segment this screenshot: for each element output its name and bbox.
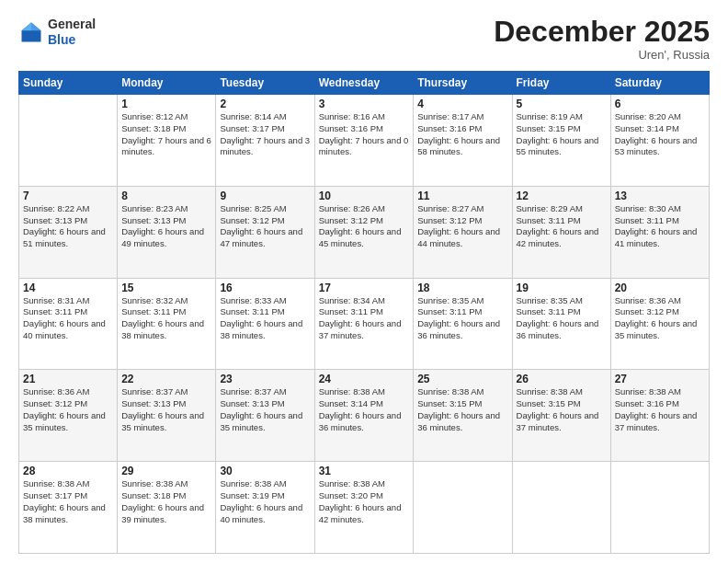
day-info: Sunrise: 8:38 AMSunset: 3:18 PMDaylight:… [121,478,211,525]
table-row: 15Sunrise: 8:32 AMSunset: 3:11 PMDayligh… [118,278,216,370]
day-number: 31 [319,465,410,477]
logo-icon [18,19,44,45]
table-row: 16Sunrise: 8:33 AMSunset: 3:11 PMDayligh… [216,278,314,370]
month-title: December 2025 [494,17,710,46]
col-monday: Monday [118,72,216,95]
day-number: 11 [417,190,507,202]
day-info: Sunrise: 8:26 AMSunset: 3:12 PMDaylight:… [319,203,410,250]
day-info: Sunrise: 8:25 AMSunset: 3:12 PMDaylight:… [220,203,310,250]
table-row: 25Sunrise: 8:38 AMSunset: 3:15 PMDayligh… [414,370,512,462]
col-friday: Friday [512,72,610,95]
table-row [414,462,512,554]
day-number: 2 [220,98,310,110]
day-number: 7 [23,190,113,202]
calendar-week-row: 7Sunrise: 8:22 AMSunset: 3:13 PMDaylight… [19,186,710,278]
day-number: 29 [121,465,211,477]
day-number: 18 [417,282,507,294]
day-number: 4 [417,98,507,110]
table-row: 5Sunrise: 8:19 AMSunset: 3:15 PMDaylight… [512,95,610,187]
day-info: Sunrise: 8:23 AMSunset: 3:13 PMDaylight:… [121,203,211,250]
table-row: 30Sunrise: 8:38 AMSunset: 3:19 PMDayligh… [216,462,314,554]
day-number: 24 [319,373,410,385]
day-info: Sunrise: 8:20 AMSunset: 3:14 PMDaylight:… [615,111,705,158]
day-info: Sunrise: 8:16 AMSunset: 3:16 PMDaylight:… [319,111,410,158]
table-row: 4Sunrise: 8:17 AMSunset: 3:16 PMDaylight… [414,95,512,187]
table-row: 13Sunrise: 8:30 AMSunset: 3:11 PMDayligh… [610,186,709,278]
calendar-week-row: 28Sunrise: 8:38 AMSunset: 3:17 PMDayligh… [19,462,710,554]
table-row: 27Sunrise: 8:38 AMSunset: 3:16 PMDayligh… [610,370,709,462]
calendar-table: Sunday Monday Tuesday Wednesday Thursday… [18,71,710,554]
day-number: 12 [517,190,607,202]
day-info: Sunrise: 8:12 AMSunset: 3:18 PMDaylight:… [121,111,211,158]
table-row: 6Sunrise: 8:20 AMSunset: 3:14 PMDaylight… [610,95,709,187]
day-number: 5 [517,98,607,110]
day-number: 22 [121,373,211,385]
table-row: 2Sunrise: 8:14 AMSunset: 3:17 PMDaylight… [216,95,314,187]
table-row: 26Sunrise: 8:38 AMSunset: 3:15 PMDayligh… [512,370,610,462]
day-info: Sunrise: 8:30 AMSunset: 3:11 PMDaylight:… [615,203,705,250]
header: General Blue December 2025 Uren', Russia [18,17,710,62]
day-number: 14 [23,282,113,294]
day-info: Sunrise: 8:33 AMSunset: 3:11 PMDaylight:… [220,295,310,342]
day-info: Sunrise: 8:36 AMSunset: 3:12 PMDaylight:… [615,295,705,342]
day-info: Sunrise: 8:17 AMSunset: 3:16 PMDaylight:… [417,111,507,158]
calendar-week-row: 14Sunrise: 8:31 AMSunset: 3:11 PMDayligh… [19,278,710,370]
day-number: 19 [517,282,607,294]
table-row: 1Sunrise: 8:12 AMSunset: 3:18 PMDaylight… [118,95,216,187]
day-number: 23 [220,373,310,385]
day-number: 21 [23,373,113,385]
table-row: 11Sunrise: 8:27 AMSunset: 3:12 PMDayligh… [414,186,512,278]
day-info: Sunrise: 8:38 AMSunset: 3:15 PMDaylight:… [517,386,607,433]
day-info: Sunrise: 8:35 AMSunset: 3:11 PMDaylight:… [417,295,507,342]
table-row: 24Sunrise: 8:38 AMSunset: 3:14 PMDayligh… [314,370,414,462]
logo-text: General Blue [48,17,96,48]
table-row: 31Sunrise: 8:38 AMSunset: 3:20 PMDayligh… [314,462,414,554]
col-saturday: Saturday [610,72,709,95]
location: Uren', Russia [494,48,710,62]
table-row: 7Sunrise: 8:22 AMSunset: 3:13 PMDaylight… [19,186,118,278]
table-row: 14Sunrise: 8:31 AMSunset: 3:11 PMDayligh… [19,278,118,370]
table-row: 18Sunrise: 8:35 AMSunset: 3:11 PMDayligh… [414,278,512,370]
day-info: Sunrise: 8:19 AMSunset: 3:15 PMDaylight:… [517,111,607,158]
col-tuesday: Tuesday [216,72,314,95]
calendar-week-row: 21Sunrise: 8:36 AMSunset: 3:12 PMDayligh… [19,370,710,462]
day-number: 9 [220,190,310,202]
table-row: 29Sunrise: 8:38 AMSunset: 3:18 PMDayligh… [118,462,216,554]
day-number: 1 [121,98,211,110]
col-wednesday: Wednesday [314,72,414,95]
day-number: 20 [615,282,705,294]
table-row [19,95,118,187]
day-number: 27 [615,373,705,385]
day-info: Sunrise: 8:34 AMSunset: 3:11 PMDaylight:… [319,295,410,342]
day-number: 10 [319,190,410,202]
col-thursday: Thursday [414,72,512,95]
table-row: 21Sunrise: 8:36 AMSunset: 3:12 PMDayligh… [19,370,118,462]
day-number: 6 [615,98,705,110]
day-number: 15 [121,282,211,294]
table-row: 12Sunrise: 8:29 AMSunset: 3:11 PMDayligh… [512,186,610,278]
day-info: Sunrise: 8:32 AMSunset: 3:11 PMDaylight:… [121,295,211,342]
day-info: Sunrise: 8:14 AMSunset: 3:17 PMDaylight:… [220,111,310,158]
day-number: 8 [121,190,211,202]
table-row: 10Sunrise: 8:26 AMSunset: 3:12 PMDayligh… [314,186,414,278]
calendar-header-row: Sunday Monday Tuesday Wednesday Thursday… [19,72,710,95]
day-info: Sunrise: 8:35 AMSunset: 3:11 PMDaylight:… [517,295,607,342]
day-number: 30 [220,465,310,477]
table-row: 22Sunrise: 8:37 AMSunset: 3:13 PMDayligh… [118,370,216,462]
table-row: 19Sunrise: 8:35 AMSunset: 3:11 PMDayligh… [512,278,610,370]
day-info: Sunrise: 8:31 AMSunset: 3:11 PMDaylight:… [23,295,113,342]
table-row: 8Sunrise: 8:23 AMSunset: 3:13 PMDaylight… [118,186,216,278]
day-info: Sunrise: 8:27 AMSunset: 3:12 PMDaylight:… [417,203,507,250]
table-row: 20Sunrise: 8:36 AMSunset: 3:12 PMDayligh… [610,278,709,370]
table-row: 3Sunrise: 8:16 AMSunset: 3:16 PMDaylight… [314,95,414,187]
table-row: 23Sunrise: 8:37 AMSunset: 3:13 PMDayligh… [216,370,314,462]
calendar-week-row: 1Sunrise: 8:12 AMSunset: 3:18 PMDaylight… [19,95,710,187]
page: General Blue December 2025 Uren', Russia… [0,0,728,563]
col-sunday: Sunday [19,72,118,95]
day-info: Sunrise: 8:38 AMSunset: 3:16 PMDaylight:… [615,386,705,433]
day-info: Sunrise: 8:38 AMSunset: 3:14 PMDaylight:… [319,386,410,433]
svg-marker-2 [22,22,32,30]
table-row [512,462,610,554]
day-info: Sunrise: 8:38 AMSunset: 3:15 PMDaylight:… [417,386,507,433]
day-info: Sunrise: 8:22 AMSunset: 3:13 PMDaylight:… [23,203,113,250]
